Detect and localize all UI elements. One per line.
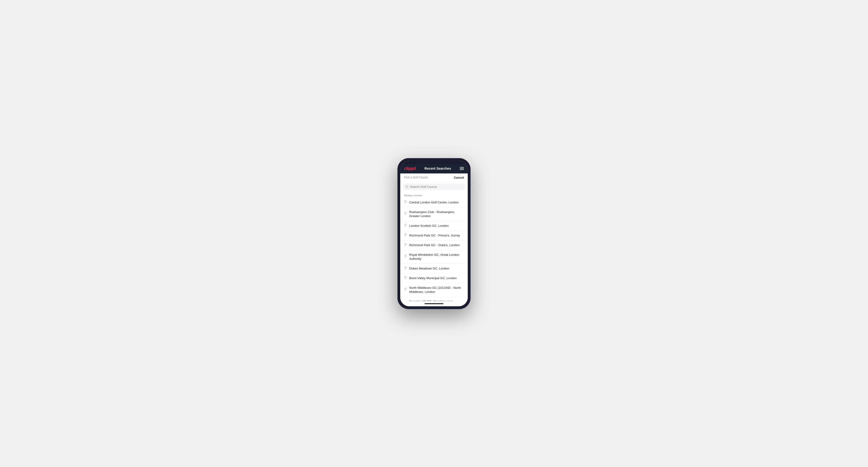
location-pin-icon [404, 276, 407, 280]
svg-line-1 [408, 187, 408, 188]
home-bar [425, 303, 443, 304]
search-icon [405, 185, 408, 188]
course-list-item[interactable]: Roehampton Club - Roehampton, Greater Lo… [400, 208, 468, 221]
course-list-item[interactable]: Richmond Park GC - Prince's, Surrey [400, 231, 468, 241]
course-list-item[interactable]: Central London Golf Centre, London [400, 198, 468, 208]
course-name: Royal Wimbledon GC, Great London Authori… [409, 253, 464, 261]
location-pin-icon [404, 267, 407, 271]
svg-point-3 [405, 213, 406, 213]
location-pin-icon [404, 200, 407, 205]
find-label: Find a Golf Course [404, 176, 428, 179]
course-list: Central London Golf Centre, London Roeha… [400, 198, 468, 301]
home-indicator [400, 301, 468, 306]
search-input[interactable] [410, 185, 463, 189]
phone-screen: clippd Recent Searches Find a Golf Cours… [400, 161, 468, 306]
svg-point-4 [405, 224, 406, 225]
course-list-item[interactable]: Royal Wimbledon GC, Great London Authori… [400, 250, 468, 264]
course-name: Central London Golf Centre, London [409, 200, 459, 205]
nearby-section-label: Nearby courses [400, 192, 468, 198]
menu-icon [460, 167, 464, 167]
course-list-item[interactable]: Richmond Park GC - Duke's, London [400, 241, 468, 250]
search-container [400, 182, 468, 192]
course-name: London Scottish GC, London [409, 224, 448, 228]
navbar: clippd Recent Searches [400, 164, 468, 174]
cancel-button[interactable]: Cancel [454, 176, 464, 179]
svg-point-2 [405, 201, 406, 201]
course-name: Richmond Park GC - Prince's, Surrey [409, 234, 460, 238]
svg-point-5 [405, 234, 406, 235]
status-bar [400, 161, 468, 164]
menu-icon [460, 169, 464, 170]
svg-point-9 [405, 277, 406, 277]
course-name: North Middlesex GC (1011942 - North Midd… [409, 286, 464, 294]
location-pin-icon [404, 243, 407, 247]
menu-button[interactable] [460, 167, 464, 170]
search-box [403, 183, 465, 190]
course-list-item[interactable]: North Middlesex GC (1011942 - North Midd… [400, 283, 468, 297]
course-name: Brent Valley Municipal GC, London [409, 276, 457, 280]
phone-frame: clippd Recent Searches Find a Golf Cours… [397, 158, 471, 309]
course-list-item[interactable]: Dukes Meadows GC, London [400, 264, 468, 274]
location-pin-icon [404, 224, 407, 228]
find-bar: Find a Golf Course Cancel [400, 174, 468, 182]
svg-point-10 [405, 288, 406, 289]
svg-point-8 [405, 267, 406, 268]
course-name: Coombe Hill GC, Kingston upon Thames [409, 300, 464, 301]
location-pin-icon [404, 288, 407, 292]
course-name: Roehampton Club - Roehampton, Greater Lo… [409, 210, 464, 218]
course-list-item[interactable]: London Scottish GC, London [400, 221, 468, 231]
course-name: Richmond Park GC - Duke's, London [409, 243, 460, 247]
svg-point-6 [405, 244, 406, 244]
courses-content: Nearby courses Central London Golf Centr… [400, 192, 468, 301]
nav-title: Recent Searches [425, 166, 451, 170]
course-list-item[interactable]: Coombe Hill GC, Kingston upon Thames [400, 297, 468, 301]
course-list-item[interactable]: Brent Valley Municipal GC, London [400, 274, 468, 283]
menu-icon [460, 168, 464, 169]
course-name: Dukes Meadows GC, London [409, 267, 450, 271]
location-pin-icon [404, 255, 407, 259]
svg-point-7 [405, 255, 406, 256]
location-pin-icon [404, 234, 407, 238]
app-logo: clippd [404, 166, 416, 171]
location-pin-icon [404, 212, 407, 216]
